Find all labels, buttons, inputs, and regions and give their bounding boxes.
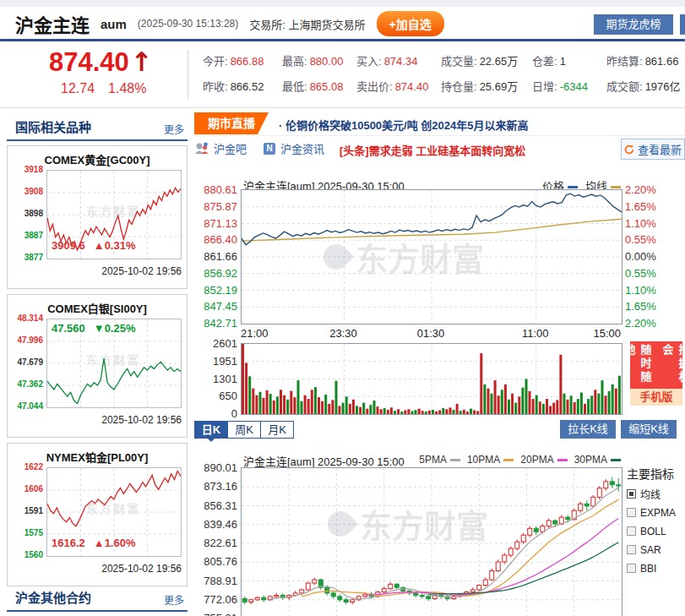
more-link[interactable]: 更多 [164, 592, 184, 607]
indicator-panel-title: 主要指标 [627, 465, 684, 482]
indicator-均线[interactable]: 均线 [627, 488, 684, 500]
headline-link[interactable]: [头条]需求走弱 工业硅基本面转向宽松 [340, 142, 525, 158]
percent-tick: 1.10% [625, 217, 676, 230]
partial-button[interactable] [680, 14, 685, 35]
volume-tick: 0 [193, 407, 237, 420]
mini-chart-value: 1616.2▲1.60% [52, 537, 136, 549]
kline-legend: 5PMA10PMA20PMA30PMA [419, 454, 621, 466]
price-tick: 866.40 [193, 233, 237, 246]
news-headline-link[interactable]: · 伦铜价格突破10500美元/吨 创2024年5月以来新高 [279, 117, 528, 133]
volume-tick: 1951 [193, 355, 237, 368]
news-n-icon: N [264, 143, 275, 155]
legend-item: 10PMA [467, 454, 514, 466]
header: 沪金主连 aum (2025-09-30 15:13:28) 交易所: 上海期货… [15, 8, 444, 39]
percent-tick: 1.65% [625, 200, 676, 213]
kline-tick: 839.46 [193, 518, 237, 531]
add-watchlist-button[interactable]: +加自选 [377, 11, 444, 36]
price-change: 12.74 1.48% [61, 81, 146, 96]
price-tick: 875.87 [193, 200, 237, 213]
stat-成交额: 成交额:1976亿 [606, 74, 685, 100]
stat-成交量: 成交量:22.65万 [441, 49, 532, 74]
mini-axis-label: 1606 [8, 484, 43, 493]
mini-chart-time: 2025-10-02 19:56 [101, 265, 182, 277]
sidebar: 国际相关品种 更多 COMEX黄金[GC00Y] 东方财富 2025-10-02… [7, 110, 188, 616]
mini-axis-label: 3877 [8, 253, 43, 262]
time-tick: 15:00 [593, 327, 621, 340]
legend-item: 5PMA [419, 454, 460, 466]
checkbox-icon[interactable] [627, 508, 636, 517]
price-tick: 842.71 [193, 317, 237, 330]
percent-tick: 0.55% [625, 233, 676, 246]
top-strip [0, 0, 685, 7]
last-price: 874.40↑ [49, 46, 153, 78]
legend-item: 30PMA [574, 454, 621, 466]
percent-tick: 0.55% [625, 267, 676, 280]
forum-link[interactable]: 沪金吧 [214, 140, 247, 156]
indicator-panel: 主要指标 均线EXPMABOLLSARBBI [627, 465, 684, 575]
mini-axis-label: 1622 [8, 462, 43, 472]
percent-tick: 1.10% [625, 284, 676, 297]
indicator-SAR[interactable]: SAR [627, 543, 684, 556]
sidebar-section-other-contracts: 沪金其他合约 更多 [7, 586, 188, 612]
checkbox-icon[interactable] [627, 564, 636, 573]
stat-最高: 最高:880.00 [282, 49, 356, 74]
price-tick: 861.66 [193, 250, 237, 263]
ad-text: 随时随地 [622, 344, 654, 389]
stat-昨收: 昨收:866.52 [203, 74, 282, 100]
stat-卖出价: 卖出价:874.40 [356, 74, 441, 100]
indicator-EXPMA[interactable]: EXPMA [627, 506, 684, 519]
stretch-kline-button[interactable]: 拉长K线 [560, 420, 616, 439]
time-tick: 23:30 [329, 327, 357, 340]
exchange-label: 交易所: 上海期货交易所 [249, 16, 365, 32]
tab-周K[interactable]: 周K [227, 421, 261, 439]
kline-zoom-buttons: 拉长K线 缩短K线 [560, 420, 677, 439]
kline-tick: 788.91 [193, 575, 237, 587]
mini-axis-label: 47.362 [8, 379, 43, 389]
mobile-app-ad[interactable]: 随时随地 把握机会 手机版 [630, 341, 682, 406]
live-badge[interactable]: 期市直播 [194, 112, 269, 134]
quote-stats-grid: 今开:866.88最高:880.00买入:874.34成交量:22.65万仓差:… [203, 49, 685, 100]
mini-axis-label: 48.314 [8, 313, 43, 323]
kline-tick: 856.31 [193, 499, 237, 512]
sidebar-section-international: 国际相关品种 更多 [7, 116, 188, 141]
section-title: 国际相关品种 [15, 120, 91, 134]
tab-日K[interactable]: 日K [194, 421, 228, 439]
kline-plot [241, 467, 622, 616]
kline-tick: 805.76 [193, 555, 237, 568]
more-link[interactable]: 更多 [164, 122, 184, 136]
tab-月K[interactable]: 月K [260, 421, 294, 439]
main-content: 期市直播 · 伦铜价格突破10500美元/吨 创2024年5月以来新高 沪金吧 … [193, 110, 685, 616]
volume-tick: 650 [193, 390, 237, 402]
percent-tick: 2.20% [625, 317, 676, 330]
checkbox-icon[interactable] [627, 545, 636, 554]
time-tick: 01:30 [417, 327, 445, 340]
mini-chart-comex-silver[interactable]: COMEX白银[SI00Y] 东方财富 2025-10-02 19:56 48.… [7, 294, 188, 438]
price-tick: 852.19 [193, 284, 237, 297]
mobile-version-link[interactable]: 手机版 [630, 389, 682, 406]
links-bar: 沪金吧 N 沪金资讯 [头条]需求走弱 工业硅基本面转向宽松 查看最新 [194, 139, 685, 161]
quote-summary: 874.40↑ 12.74 1.48% 今开:866.88最高:880.00买入… [0, 41, 685, 108]
volume-plot [241, 343, 622, 415]
stat-持仓量: 持仓量:25.69万 [441, 74, 532, 100]
checkbox-icon[interactable] [627, 526, 636, 536]
stat-昨结算: 昨结算:861.66 [606, 49, 685, 74]
percent-tick: 0.00% [625, 250, 676, 263]
page-title: 沪金主连 [15, 10, 90, 37]
time-tick: 21:00 [241, 327, 269, 340]
shrink-kline-button[interactable]: 缩短K线 [621, 420, 677, 439]
news-link[interactable]: 沪金资讯 [280, 140, 324, 156]
stat-买入: 买入:874.34 [356, 49, 441, 74]
indicator-BOLL[interactable]: BOLL [627, 525, 684, 537]
mini-axis-label: 3898 [8, 209, 43, 218]
mini-chart-nymex-platinum[interactable]: NYMEX铂金[PL00Y] 东方财富 2025-10-02 19:56 162… [7, 443, 188, 586]
mini-axis-label: 1591 [8, 506, 43, 515]
futures-ranking-button[interactable]: 期货龙虎榜 [594, 14, 673, 35]
mini-chart-comex-gold[interactable]: COMEX黄金[GC00Y] 东方财富 2025-10-02 19:56 391… [7, 145, 188, 289]
checkbox-icon[interactable] [627, 489, 636, 499]
price-tick: 880.61 [193, 183, 237, 196]
kline-tick: 890.01 [193, 461, 237, 474]
refresh-latest-button[interactable]: 查看最新 [621, 139, 685, 160]
refresh-icon [624, 144, 634, 155]
kline-tick: 873.16 [193, 480, 237, 493]
indicator-BBI[interactable]: BBI [627, 562, 684, 575]
